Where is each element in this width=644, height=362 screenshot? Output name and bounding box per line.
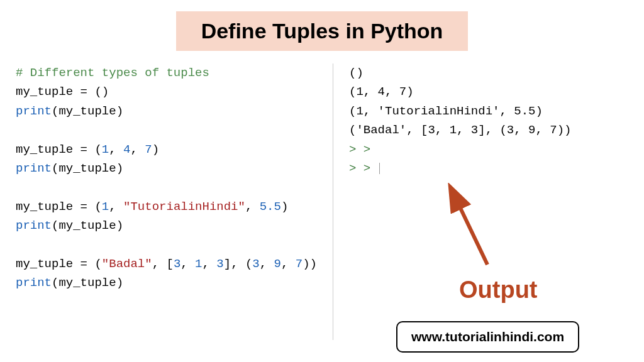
cursor-icon bbox=[379, 163, 380, 174]
code-panel: # Different types of tuples my_tuple = (… bbox=[13, 63, 317, 340]
page-title: Define Tuples in Python bbox=[201, 19, 443, 43]
output-line-3: (1, 'TutorialinHindi', 5.5) bbox=[349, 102, 631, 121]
arrow-annotation bbox=[443, 183, 506, 277]
output-line-2: (1, 4, 7) bbox=[349, 82, 631, 101]
code-line-print-2: print(my_tuple) bbox=[16, 159, 317, 178]
code-line-assign-ints: my_tuple = (1, 4, 7) bbox=[16, 140, 317, 159]
output-prompt-2: > > bbox=[349, 159, 631, 178]
code-line-assign-nested: my_tuple = ("Badal", [3, 1, 3], (3, 9, 7… bbox=[16, 255, 317, 273]
code-line-assign-empty: my_tuple = () bbox=[16, 82, 317, 101]
output-panel: () (1, 4, 7) (1, 'TutorialinHindi', 5.5)… bbox=[349, 63, 631, 340]
code-line-print-1: print(my_tuple) bbox=[16, 102, 317, 121]
title-banner: Define Tuples in Python bbox=[176, 11, 469, 51]
panel-divider bbox=[333, 63, 333, 340]
output-line-1: () bbox=[349, 63, 631, 82]
code-line-print-4: print(my_tuple) bbox=[16, 273, 317, 292]
content-area: # Different types of tuples my_tuple = (… bbox=[0, 63, 644, 340]
output-label: Output bbox=[459, 271, 538, 309]
arrow-up-icon bbox=[443, 183, 506, 271]
svg-line-1 bbox=[453, 192, 487, 265]
output-prompt-1: > > bbox=[349, 140, 631, 159]
website-badge: www.tutorialinhindi.com bbox=[396, 321, 579, 353]
code-comment: # Different types of tuples bbox=[16, 63, 317, 82]
code-line-print-3: print(my_tuple) bbox=[16, 216, 317, 235]
code-line-assign-mixed: my_tuple = (1, "TutorialinHindi", 5.5) bbox=[16, 197, 317, 216]
output-line-4: ('Badal', [3, 1, 3], (3, 9, 7)) bbox=[349, 121, 631, 140]
